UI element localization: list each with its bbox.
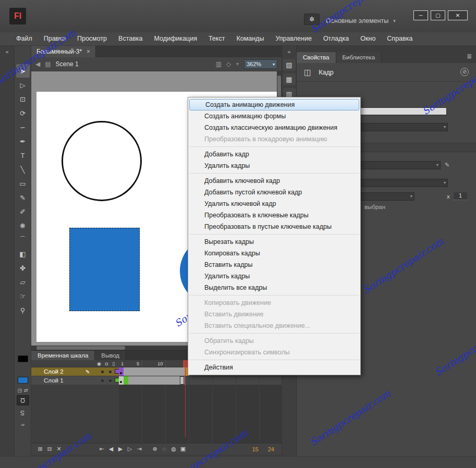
context-menu-item[interactable]: [189, 295, 359, 295]
circle-shape[interactable]: [62, 121, 142, 201]
new-layer-button[interactable]: ⊞: [35, 446, 45, 452]
context-menu-item[interactable]: Синхронизировать символы: [189, 347, 360, 358]
menu-item[interactable]: Модификация: [149, 32, 203, 45]
center-stage-icon[interactable]: +: [236, 60, 239, 68]
context-menu-item[interactable]: Создать анимацию движения: [189, 99, 359, 110]
step-back-button[interactable]: ◀: [106, 446, 116, 452]
edit-multiple-frames-button[interactable]: ▣: [178, 446, 188, 452]
swap-colors-button[interactable]: ⇄: [24, 388, 28, 393]
fill-color-swatch[interactable]: [18, 377, 28, 384]
layer-visibility-dot[interactable]: [101, 379, 104, 382]
workspace-switcher-icon[interactable]: ✲: [304, 14, 320, 25]
context-menu-item[interactable]: [189, 173, 359, 174]
context-menu-item[interactable]: Преобразовать в ключевые кадры: [189, 210, 360, 221]
stroke-color-swatch[interactable]: [18, 355, 28, 362]
context-menu-item[interactable]: Добавить пустой ключевой кадр: [189, 187, 360, 198]
tween-span[interactable]: [119, 367, 185, 376]
menu-item[interactable]: Отладка: [318, 32, 355, 45]
close-tab-icon[interactable]: ×: [87, 48, 90, 55]
step-forward-button[interactable]: ▷: [125, 446, 135, 452]
context-menu-item[interactable]: Преобразовать в пустые ключевые кадры: [189, 221, 360, 232]
edit-icon[interactable]: ✎: [445, 162, 449, 168]
3d-rotation-tool[interactable]: ⟳: [16, 106, 30, 120]
context-menu-item[interactable]: Выделить все кадры: [189, 282, 360, 293]
lock-all-layers-icon[interactable]: ◘: [105, 360, 108, 367]
back-arrow-icon[interactable]: ◀: [35, 60, 40, 68]
pencil-tool[interactable]: ✎: [16, 191, 30, 204]
menu-item[interactable]: Правка: [38, 32, 71, 45]
menu-item[interactable]: Окно: [355, 32, 381, 45]
eyedropper-tool[interactable]: ✤: [16, 261, 30, 275]
context-menu-item[interactable]: Создать анимацию формы: [189, 110, 360, 122]
swatches-panel-icon[interactable]: ▦: [283, 73, 296, 85]
context-menu-item[interactable]: [189, 360, 359, 360]
context-menu-item[interactable]: Вырезать кадры: [189, 236, 360, 248]
scrollbar-thumb[interactable]: [36, 346, 125, 350]
new-folder-button[interactable]: ⊟: [45, 446, 54, 452]
edit-symbols-icon[interactable]: ◇: [226, 60, 231, 68]
workspace-dropdown[interactable]: Основные элементы ▾: [326, 17, 396, 24]
selected-rectangle-shape[interactable]: [69, 228, 140, 311]
go-first-frame-button[interactable]: ⇤: [97, 446, 106, 452]
line-tool[interactable]: ╲: [16, 163, 30, 176]
deco-tool[interactable]: ❋: [16, 219, 30, 232]
straighten-button[interactable]: ⌐: [17, 420, 29, 430]
scene-name[interactable]: Scene 1: [56, 60, 79, 68]
menu-item[interactable]: Управление: [270, 32, 318, 45]
menu-item[interactable]: Текст: [203, 32, 230, 45]
context-menu-item[interactable]: Добавить ключевой кадр: [189, 175, 360, 187]
free-transform-tool[interactable]: ⊡: [16, 92, 30, 106]
empty-frames-area[interactable]: [119, 385, 282, 444]
color-panel-icon[interactable]: ▧: [283, 59, 296, 70]
zoom-level-select[interactable]: 362% ▾: [244, 59, 277, 69]
selection-tool[interactable]: ➤: [16, 64, 30, 78]
text-tool[interactable]: T: [16, 149, 30, 162]
panel-tab[interactable]: Свойства: [297, 52, 336, 63]
snap-to-objects-button[interactable]: Ω: [17, 395, 29, 405]
context-menu-item[interactable]: Удалить кадры: [189, 160, 360, 171]
layer-lock-dot[interactable]: [109, 371, 112, 373]
menu-item[interactable]: Команды: [230, 32, 270, 45]
context-menu-item[interactable]: Удалить кадры: [189, 270, 360, 282]
context-menu-item[interactable]: Обратить кадры: [189, 335, 360, 347]
menu-item[interactable]: Справка: [381, 32, 418, 45]
delete-layer-button[interactable]: ✕: [54, 446, 64, 452]
edit-scene-icon[interactable]: ▥: [215, 60, 221, 68]
context-menu-item[interactable]: Действия: [189, 362, 360, 373]
context-menu-item[interactable]: Вставить движение: [189, 309, 360, 320]
collapse-panels-icon[interactable]: «: [282, 46, 296, 56]
show-hide-all-layers-icon[interactable]: ◉: [97, 360, 101, 367]
context-menu-item[interactable]: Удалить ключевой кадр: [189, 198, 360, 210]
panel-drag-strip[interactable]: [297, 46, 476, 52]
context-menu-item[interactable]: Вставить специальное движение...: [189, 320, 360, 331]
context-menu-item[interactable]: [189, 146, 359, 147]
x-value-field[interactable]: 1: [454, 192, 467, 200]
frame-span[interactable]: [119, 376, 185, 385]
context-menu-item[interactable]: Вставить кадры: [189, 259, 360, 270]
play-button[interactable]: ▶: [116, 446, 125, 452]
green-frame-cell[interactable]: [124, 376, 128, 385]
smooth-button[interactable]: S: [17, 408, 29, 418]
layer1-frames[interactable]: [119, 376, 282, 385]
timeline-tab[interactable]: Вывод: [95, 351, 126, 360]
playhead-marker[interactable]: [183, 360, 188, 367]
menu-item[interactable]: Файл: [10, 32, 38, 45]
context-menu-item[interactable]: [189, 234, 359, 235]
paint-bucket-tool[interactable]: ◧: [16, 247, 30, 261]
keyframe-cell[interactable]: [119, 367, 124, 376]
end-frame-cell[interactable]: [180, 376, 184, 385]
black-white-colors-button[interactable]: ◳: [17, 388, 22, 393]
frame-options-icon[interactable]: ⊘: [460, 68, 469, 76]
eraser-tool[interactable]: ▱: [16, 275, 30, 289]
panel-menu-icon[interactable]: ≣: [467, 53, 472, 60]
menu-item[interactable]: Просмотр: [71, 32, 113, 45]
go-last-frame-button[interactable]: ⇥: [135, 446, 144, 452]
onion-skin-button[interactable]: ◌: [160, 446, 169, 452]
minimize-button[interactable]: ─: [413, 10, 428, 20]
bone-tool[interactable]: ⌒: [16, 233, 30, 247]
center-frame-button[interactable]: ⊕: [150, 446, 160, 452]
show-outlines-icon[interactable]: ▯: [112, 360, 115, 367]
close-button[interactable]: ✕: [448, 10, 468, 20]
keyframe-cell[interactable]: [119, 376, 124, 385]
zoom-tool[interactable]: ⚲: [16, 303, 30, 317]
